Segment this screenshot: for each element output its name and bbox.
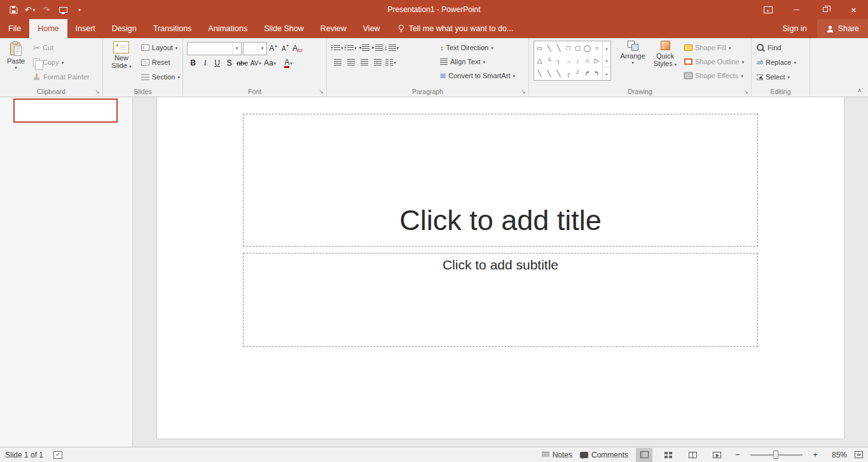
- shape-option[interactable]: ▭: [535, 41, 544, 54]
- quick-styles-button[interactable]: Quick Styles ▾: [650, 40, 680, 67]
- shape-option[interactable]: ↓: [573, 54, 582, 67]
- clipboard-dialog-launcher[interactable]: ↘: [95, 89, 100, 95]
- decrease-indent-button[interactable]: ◂: [357, 41, 371, 55]
- strikethrough-button[interactable]: abc: [235, 57, 249, 70]
- shape-option[interactable]: ┌: [563, 67, 573, 80]
- tab-review[interactable]: Review: [312, 19, 355, 38]
- normal-view-button[interactable]: [636, 448, 652, 462]
- paragraph-dialog-launcher[interactable]: ↘: [521, 89, 526, 95]
- tab-insert[interactable]: Insert: [67, 19, 104, 38]
- layout-button[interactable]: Layout ▾: [140, 41, 181, 55]
- tell-me-box[interactable]: Tell me what you want to do...: [391, 19, 520, 38]
- fit-slide-to-window-button[interactable]: [855, 451, 863, 458]
- shape-option[interactable]: ◯: [582, 41, 592, 54]
- start-from-beginning-button[interactable]: [55, 2, 71, 17]
- select-button[interactable]: Select ▾: [755, 70, 791, 84]
- spell-check-button[interactable]: ✓: [53, 451, 62, 459]
- grow-font-button[interactable]: A▴: [267, 42, 279, 55]
- line-spacing-button[interactable]: ↕▾: [384, 41, 399, 55]
- text-direction-button[interactable]: ↕ Text Direction ▾: [439, 41, 516, 55]
- tab-view[interactable]: View: [355, 19, 389, 38]
- shape-option[interactable]: ╲: [554, 41, 563, 54]
- shape-option[interactable]: ▷: [592, 54, 602, 67]
- shape-option[interactable]: ○: [592, 41, 602, 54]
- zoom-slider[interactable]: [750, 451, 803, 459]
- restore-button[interactable]: [811, 0, 839, 19]
- shape-option[interactable]: ╲: [554, 67, 563, 80]
- justify-button[interactable]: [371, 56, 384, 69]
- shapes-more-button[interactable]: ▾: [603, 67, 610, 80]
- share-button[interactable]: Share: [817, 19, 868, 38]
- font-dialog-launcher[interactable]: ↘: [319, 89, 324, 95]
- drawing-dialog-launcher[interactable]: ↘: [743, 89, 748, 95]
- shape-option[interactable]: ┘: [573, 67, 582, 80]
- reset-button[interactable]: Reset: [140, 55, 181, 69]
- shape-outline-button[interactable]: Shape Outline ▾: [683, 55, 745, 69]
- tab-slide-show[interactable]: Slide Show: [256, 19, 312, 38]
- font-color-button[interactable]: A ▾: [282, 57, 294, 70]
- zoom-in-button[interactable]: +: [810, 450, 820, 459]
- align-center-button[interactable]: [344, 56, 357, 69]
- tab-file[interactable]: File: [0, 19, 29, 38]
- shape-option[interactable]: □: [563, 41, 573, 54]
- ribbon-display-options-button[interactable]: ▴: [754, 0, 782, 19]
- bold-button[interactable]: B: [187, 57, 199, 70]
- save-button[interactable]: [5, 2, 22, 17]
- shape-option[interactable]: ╲: [544, 67, 554, 80]
- format-painter-button[interactable]: Format Painter: [32, 70, 91, 84]
- zoom-slider-thumb[interactable]: [773, 451, 778, 459]
- collapse-ribbon-pin-button[interactable]: ∧: [857, 87, 862, 93]
- text-shadow-button[interactable]: S: [223, 57, 235, 70]
- title-bar[interactable]: ↶ ▾ ↷ ▾ Presentation1 - PowerPoint ▴ ─ ×: [0, 0, 868, 19]
- replace-button[interactable]: ab Replace ▾: [755, 55, 797, 69]
- shape-fill-button[interactable]: Shape Fill ▾: [683, 41, 745, 55]
- character-spacing-button[interactable]: AV ▾: [249, 57, 263, 70]
- cut-button[interactable]: ✂ Cut: [32, 41, 91, 55]
- title-placeholder[interactable]: Click to add title: [243, 114, 758, 247]
- slide-1-thumbnail[interactable]: [13, 99, 118, 123]
- shape-option[interactable]: ╲: [544, 41, 554, 54]
- convert-to-smartart-button[interactable]: ⊞ Convert to SmartArt ▾: [439, 69, 516, 83]
- copy-button[interactable]: Copy ▾: [32, 55, 91, 69]
- clear-formatting-button[interactable]: A: [291, 42, 303, 55]
- align-right-button[interactable]: [357, 56, 371, 69]
- sign-in-link[interactable]: Sign in: [772, 19, 816, 38]
- subtitle-placeholder[interactable]: Click to add subtitle: [243, 253, 758, 347]
- zoom-out-button[interactable]: −: [733, 450, 743, 459]
- comments-button[interactable]: Comments: [580, 451, 628, 459]
- customize-qat-button[interactable]: ▾: [71, 2, 88, 17]
- columns-button[interactable]: ▾: [384, 56, 397, 69]
- underline-button[interactable]: U: [211, 57, 223, 70]
- minimize-button[interactable]: ─: [782, 0, 811, 19]
- align-text-button[interactable]: Align Text ▾: [439, 55, 516, 69]
- tab-transitions[interactable]: Transitions: [145, 19, 200, 38]
- italic-button[interactable]: I: [199, 57, 211, 70]
- zoom-percentage[interactable]: 85%: [828, 451, 847, 459]
- change-case-button[interactable]: Aa ▾: [263, 57, 277, 70]
- section-button[interactable]: Section ▾: [140, 70, 181, 84]
- shape-option[interactable]: ↱: [582, 67, 592, 80]
- numbering-button[interactable]: ▾: [344, 41, 357, 55]
- shape-option[interactable]: ╲: [535, 67, 544, 80]
- shape-option[interactable]: ┐: [554, 54, 563, 67]
- align-left-button[interactable]: [331, 56, 344, 69]
- tab-animations[interactable]: Animations: [200, 19, 256, 38]
- increase-indent-button[interactable]: ▸: [371, 41, 384, 55]
- slide-sorter-view-button[interactable]: [660, 448, 677, 462]
- font-name-combo[interactable]: ▾: [187, 42, 242, 55]
- redo-button[interactable]: ↷: [38, 2, 55, 17]
- undo-button[interactable]: ↶ ▾: [22, 2, 38, 17]
- shape-option[interactable]: →: [563, 54, 573, 67]
- shape-effects-button[interactable]: Shape Effects ▾: [683, 69, 745, 83]
- shape-option[interactable]: └: [544, 54, 554, 67]
- new-slide-button[interactable]: New Slide ▾: [104, 41, 139, 69]
- tab-home[interactable]: Home: [29, 19, 67, 38]
- slide-canvas[interactable]: Click to add title Click to add subtitle: [157, 97, 844, 438]
- bullets-button[interactable]: ▾: [331, 41, 344, 55]
- shape-option[interactable]: ▢: [573, 41, 582, 54]
- paste-button[interactable]: Paste ▾: [1, 41, 31, 70]
- shape-option[interactable]: ∩: [582, 54, 592, 67]
- tab-design[interactable]: Design: [104, 19, 145, 38]
- slide-thumbnail-panel[interactable]: [0, 97, 133, 447]
- arrange-button[interactable]: Arrange ▾: [618, 40, 647, 65]
